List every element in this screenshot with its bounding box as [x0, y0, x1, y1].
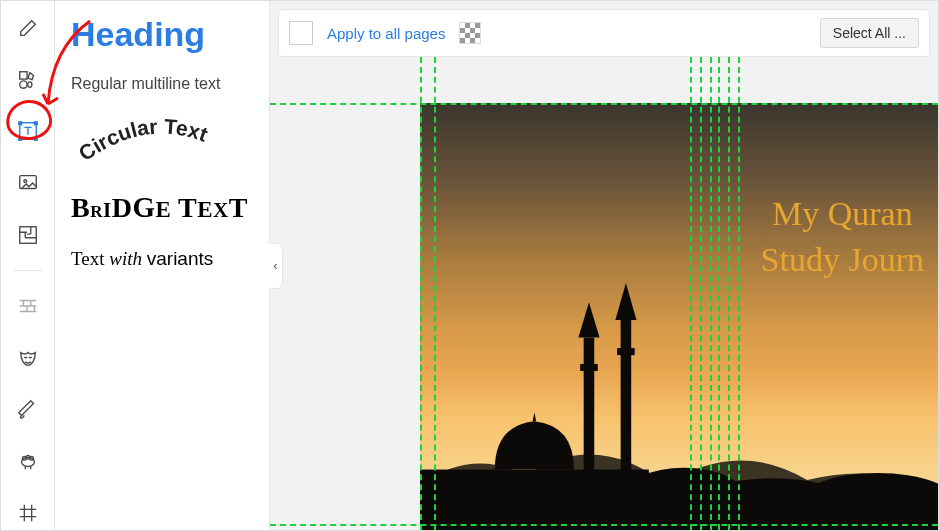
design-page[interactable]: My Quran Study Journ — [420, 103, 938, 530]
guide-horizontal[interactable] — [270, 524, 938, 526]
guide-vertical[interactable] — [434, 57, 436, 530]
svg-text:Circular Text: Circular Text — [77, 117, 211, 165]
text-option-heading[interactable]: Heading — [71, 9, 253, 67]
pencil-icon — [17, 17, 39, 39]
mask-icon — [17, 347, 39, 369]
edit-tool[interactable] — [10, 11, 46, 45]
svg-rect-16 — [584, 338, 595, 479]
select-all-button[interactable]: Select All ... — [820, 18, 919, 48]
image-icon — [17, 172, 39, 194]
guide-vertical[interactable] — [738, 57, 740, 530]
sheep-tool[interactable] — [10, 444, 46, 478]
guide-vertical[interactable] — [728, 57, 730, 530]
transparency-swatch[interactable] — [459, 22, 481, 44]
wall-tool[interactable] — [10, 289, 46, 323]
svg-rect-4 — [34, 122, 37, 125]
svg-rect-3 — [18, 122, 21, 125]
svg-rect-9 — [19, 227, 36, 244]
guide-vertical[interactable] — [690, 57, 692, 530]
guide-vertical[interactable] — [700, 57, 702, 530]
circular-text-icon: Circular Text — [77, 117, 247, 167]
svg-rect-19 — [621, 320, 632, 478]
shapes-tool[interactable] — [10, 63, 46, 97]
text-tool[interactable] — [10, 115, 46, 149]
tools-rail — [1, 1, 55, 530]
chevron-left-icon: ‹ — [273, 258, 277, 273]
svg-rect-18 — [580, 364, 598, 371]
svg-rect-25 — [420, 507, 938, 530]
background-color-swatch[interactable] — [289, 21, 313, 45]
brush-icon — [17, 398, 39, 420]
svg-rect-6 — [34, 138, 37, 141]
guide-vertical[interactable] — [718, 57, 720, 530]
shapes-icon — [17, 69, 39, 91]
apply-to-all-link[interactable]: Apply to all pages — [327, 25, 445, 42]
guide-horizontal[interactable] — [270, 103, 938, 105]
puzzle-tool[interactable] — [10, 218, 46, 252]
hash-icon — [17, 502, 39, 524]
text-option-circular[interactable]: Circular Text — [71, 109, 253, 183]
rail-divider — [14, 270, 42, 271]
mask-tool[interactable] — [10, 341, 46, 375]
svg-point-1 — [19, 81, 26, 88]
text-option-variants[interactable]: Text with variants — [71, 240, 253, 286]
svg-rect-0 — [19, 71, 26, 78]
stage: Apply to all pages Select All ... — [270, 1, 938, 530]
svg-point-8 — [23, 180, 26, 183]
svg-rect-21 — [617, 348, 635, 355]
bricks-icon — [17, 295, 39, 317]
svg-marker-17 — [578, 302, 599, 337]
guide-vertical[interactable] — [420, 57, 422, 530]
svg-marker-20 — [615, 283, 636, 320]
text-options-panel: Heading Regular multiline text Circular … — [55, 1, 270, 530]
image-tool[interactable] — [10, 166, 46, 200]
grid-tool[interactable] — [10, 496, 46, 530]
page-title-text[interactable]: My Quran Study Journ — [761, 191, 924, 283]
maze-icon — [17, 224, 39, 246]
app-root: Heading Regular multiline text Circular … — [0, 0, 939, 531]
svg-rect-5 — [18, 138, 21, 141]
brush-tool[interactable] — [10, 393, 46, 427]
guide-vertical[interactable] — [710, 57, 712, 530]
sheep-icon — [17, 450, 39, 472]
canvas[interactable]: My Quran Study Journ — [270, 57, 938, 530]
panel-collapse-handle[interactable]: ‹ — [269, 243, 283, 289]
text-option-regular[interactable]: Regular multiline text — [71, 67, 253, 109]
text-frame-icon — [17, 120, 39, 142]
text-option-bridge[interactable]: BriDGE Text — [71, 183, 253, 240]
mosque-silhouette — [420, 269, 938, 530]
properties-topbar: Apply to all pages Select All ... — [278, 9, 930, 57]
